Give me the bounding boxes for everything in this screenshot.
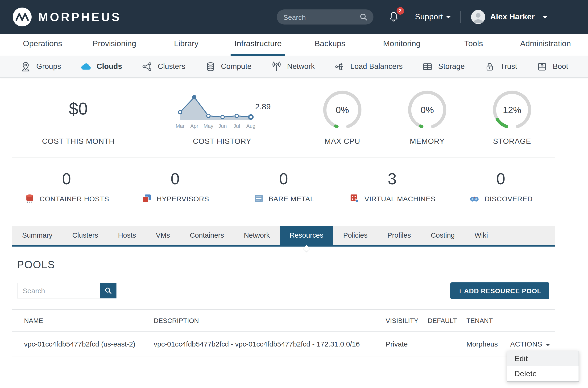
trust-icon — [484, 61, 496, 72]
global-search[interactable] — [277, 9, 373, 24]
subnav-item-clouds[interactable]: Clouds — [80, 61, 122, 72]
boot-icon — [536, 61, 548, 72]
bare-metal-label: BARE METAL — [269, 194, 314, 202]
hypervisor-icon — [141, 193, 152, 204]
count-bare-metal: 0 BARE METAL — [229, 170, 338, 204]
stat-max-cpu: 0% MAX CPU — [300, 89, 385, 146]
virtual-machine-icon — [349, 193, 360, 204]
cost-label: COST THIS MONTH — [42, 137, 115, 146]
pools-table: NAME DESCRIPTION VISIBILITY DEFAULT TENA… — [12, 309, 555, 356]
hypervisors-label: HYPERVISORS — [157, 194, 209, 202]
table-row: vpc-01cc4fdb5477b2fcd (us-east-2) vpc-01… — [12, 332, 555, 356]
menu-item-edit[interactable]: Edit — [507, 351, 579, 366]
tab-summary[interactable]: Summary — [12, 226, 62, 245]
subnav-item-load-balancers[interactable]: Load Balancers — [334, 61, 403, 72]
subnav-item-storage[interactable]: Storage — [422, 61, 465, 72]
infrastructure-sub-nav: Groups Clouds Clusters Compute — [0, 56, 588, 78]
nav-item-operations[interactable]: Operations — [7, 34, 78, 56]
count-virtual-machines: 3 VIRTUAL MACHINES — [338, 170, 446, 204]
chevron-down-icon — [446, 16, 451, 18]
cell-visibility: Private — [381, 332, 423, 356]
container-hosts-label: CONTAINER HOSTS — [40, 194, 109, 202]
search-icon — [104, 287, 112, 295]
subnav-item-clusters[interactable]: Clusters — [141, 61, 185, 72]
storage-value: 12% — [503, 105, 521, 115]
avatar — [471, 10, 486, 24]
nav-item-infrastructure[interactable]: Infrastructure — [222, 34, 294, 56]
tab-clusters[interactable]: Clusters — [62, 226, 108, 245]
pools-search-button[interactable] — [100, 283, 117, 298]
compute-icon — [204, 61, 216, 72]
top-header: MORPHEUS 2 Support — [0, 0, 588, 34]
pools-search-input[interactable] — [17, 283, 100, 298]
cloud-icon — [80, 61, 92, 72]
network-icon — [271, 61, 282, 72]
svg-text:Apr: Apr — [190, 123, 198, 129]
nav-item-tools[interactable]: Tools — [438, 34, 510, 56]
memory-label: MEMORY — [410, 137, 445, 146]
cell-description: vpc-01cc4fdb5477b2fcd - vpc-01cc4fdb5477… — [149, 332, 381, 356]
svg-text:Jun: Jun — [218, 123, 227, 129]
subnav-item-trust[interactable]: Trust — [484, 61, 517, 72]
subnav-item-groups[interactable]: Groups — [20, 61, 61, 72]
cell-default — [423, 332, 462, 356]
subnav-item-network[interactable]: Network — [271, 61, 315, 72]
container-hosts-value: 0 — [62, 170, 71, 188]
tab-containers[interactable]: Containers — [180, 226, 234, 245]
tab-vms[interactable]: VMs — [146, 226, 180, 245]
storage-icon — [422, 61, 434, 72]
tab-resources[interactable]: Resources — [280, 226, 333, 245]
stat-cost-history: MarAprMayJunJulAug2.89 COST HISTORY — [144, 93, 300, 146]
nav-item-administration[interactable]: Administration — [510, 34, 581, 56]
svg-text:2.89: 2.89 — [255, 102, 271, 111]
subnav-item-boot[interactable]: Boot — [536, 61, 568, 72]
add-resource-pool-button[interactable]: + ADD RESOURCE POOL — [450, 282, 549, 299]
stat-storage: 12% STORAGE — [470, 89, 555, 146]
subnav-item-compute[interactable]: Compute — [204, 61, 252, 72]
global-search-input[interactable] — [283, 13, 359, 21]
notifications-button[interactable]: 2 — [388, 11, 400, 23]
virtual-machines-value: 3 — [388, 170, 397, 188]
nav-item-library[interactable]: Library — [150, 34, 222, 56]
header-divider — [461, 11, 461, 23]
chevron-down-icon — [546, 343, 550, 346]
nav-item-provisioning[interactable]: Provisioning — [78, 34, 150, 56]
max-cpu-label: MAX CPU — [324, 137, 360, 146]
cell-name: vpc-01cc4fdb5477b2fcd (us-east-2) — [12, 332, 149, 356]
tab-costing[interactable]: Costing — [421, 226, 465, 245]
clusters-icon — [141, 61, 153, 72]
map-pin-icon — [20, 61, 32, 72]
discovered-value: 0 — [496, 170, 505, 188]
tab-network[interactable]: Network — [234, 226, 280, 245]
cloud-stats-panel: $0 COST THIS MONTH MarAprMayJunJulAug2.8… — [12, 78, 555, 157]
svg-text:Mar: Mar — [176, 123, 185, 129]
col-header-name: NAME — [12, 310, 149, 332]
tab-profiles[interactable]: Profiles — [377, 226, 421, 245]
max-cpu-gauge: 0% — [321, 89, 363, 131]
count-container-hosts: 0 CONTAINER HOSTS — [12, 170, 121, 204]
pools-toolbar: + ADD RESOURCE POOL — [17, 282, 549, 299]
stat-cost-this-month: $0 COST THIS MONTH — [12, 87, 144, 146]
tab-hosts[interactable]: Hosts — [108, 226, 146, 245]
nav-item-monitoring[interactable]: Monitoring — [366, 34, 438, 56]
user-menu[interactable]: Alex Harker — [471, 10, 547, 24]
table-header-row: NAME DESCRIPTION VISIBILITY DEFAULT TENA… — [12, 310, 555, 332]
pools-search — [17, 283, 117, 298]
brand[interactable]: MORPHEUS — [12, 7, 122, 27]
morpheus-app: MORPHEUS 2 Support — [0, 0, 588, 388]
menu-item-delete[interactable]: Delete — [507, 366, 579, 381]
container-host-icon — [24, 193, 35, 204]
nav-item-backups[interactable]: Backups — [294, 34, 366, 56]
cost-value: $0 — [69, 99, 88, 119]
notification-badge: 2 — [396, 7, 404, 15]
support-menu[interactable]: Support — [415, 12, 451, 22]
tab-wiki[interactable]: Wiki — [465, 226, 498, 245]
chevron-down-icon — [543, 16, 547, 18]
storage-gauge: 12% — [491, 89, 533, 131]
col-header-description: DESCRIPTION — [149, 310, 381, 332]
storage-label: STORAGE — [493, 137, 531, 146]
row-actions-button[interactable]: ACTIONS Edit Delete — [506, 332, 555, 356]
page-title: POOLS — [17, 259, 555, 271]
tab-policies[interactable]: Policies — [333, 226, 377, 245]
resources-content: POOLS + ADD RESOURCE POOL — [12, 246, 555, 356]
